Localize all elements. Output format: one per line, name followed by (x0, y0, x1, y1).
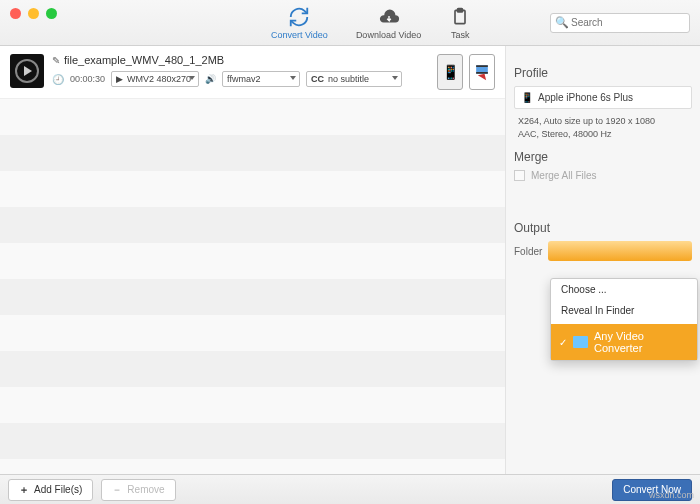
file-list: ✎ file_example_WMV_480_1_2MB 🕘 00:00:30 … (0, 46, 505, 474)
edit-video-icon[interactable] (469, 54, 495, 90)
checkmark-icon: ✓ (559, 337, 567, 348)
plus-icon: ＋ (19, 483, 29, 497)
output-section-title: Output (514, 221, 692, 235)
audio-format-select[interactable]: ffwmav2 (222, 71, 300, 87)
tab-download-video[interactable]: Download Video (356, 6, 421, 40)
play-icon (24, 66, 32, 76)
tab-task[interactable]: Task (449, 6, 471, 40)
folder-icon (573, 336, 588, 348)
cloud-download-icon (378, 6, 400, 28)
profile-description: X264, Auto size up to 1920 x 1080 AAC, S… (518, 115, 692, 140)
video-thumbnail[interactable] (10, 54, 44, 88)
tab-label: Convert Video (271, 30, 328, 40)
menu-item-reveal[interactable]: Reveal In Finder (551, 300, 697, 321)
close-window-button[interactable] (10, 8, 21, 19)
subtitle-select[interactable]: CCno subtitle (306, 71, 402, 87)
add-files-button[interactable]: ＋ Add File(s) (8, 479, 93, 501)
search-input[interactable] (550, 13, 690, 33)
tab-convert-video[interactable]: Convert Video (271, 6, 328, 40)
maximize-window-button[interactable] (46, 8, 57, 19)
remove-button[interactable]: － Remove (101, 479, 175, 501)
titlebar: Convert Video Download Video Task 🔍 (0, 0, 700, 46)
minimize-window-button[interactable] (28, 8, 39, 19)
tab-label: Download Video (356, 30, 421, 40)
watermark: wsxdn.com (649, 490, 694, 500)
file-name: file_example_WMV_480_1_2MB (64, 54, 224, 66)
folder-label: Folder (514, 246, 542, 257)
menu-item-selected-folder[interactable]: ✓ Any Video Converter (551, 324, 697, 360)
output-folder-select[interactable] (548, 241, 692, 261)
video-format-select[interactable]: ▶WMV2 480x270 (111, 71, 199, 87)
menu-item-choose[interactable]: Choose ... (551, 279, 697, 300)
sidebar: Profile 📱 Apple iPhone 6s Plus X264, Aut… (505, 46, 700, 474)
search-field[interactable]: 🔍 (550, 13, 690, 33)
search-icon: 🔍 (555, 16, 569, 29)
tab-label: Task (451, 30, 470, 40)
bottom-bar: ＋ Add File(s) － Remove Convert Now (0, 474, 700, 504)
merge-all-checkbox[interactable]: Merge All Files (514, 170, 692, 181)
profile-select[interactable]: 📱 Apple iPhone 6s Plus (514, 86, 692, 109)
merge-section-title: Merge (514, 150, 692, 164)
speaker-icon: 🔊 (205, 74, 216, 84)
minus-icon: － (112, 483, 122, 497)
duration: 00:00:30 (70, 74, 105, 84)
window-controls (10, 8, 57, 19)
clock-icon: 🕘 (52, 74, 64, 85)
file-row[interactable]: ✎ file_example_WMV_480_1_2MB 🕘 00:00:30 … (0, 46, 505, 99)
device-preview-icon[interactable]: 📱 (437, 54, 463, 90)
profile-section-title: Profile (514, 66, 692, 80)
phone-icon: 📱 (521, 92, 533, 103)
svg-rect-1 (458, 8, 463, 11)
checkbox-icon (514, 170, 525, 181)
clipboard-icon (449, 6, 471, 28)
refresh-icon (288, 6, 310, 28)
pencil-icon[interactable]: ✎ (52, 55, 60, 66)
folder-context-menu: Choose ... Reveal In Finder ✓ Any Video … (550, 278, 698, 361)
